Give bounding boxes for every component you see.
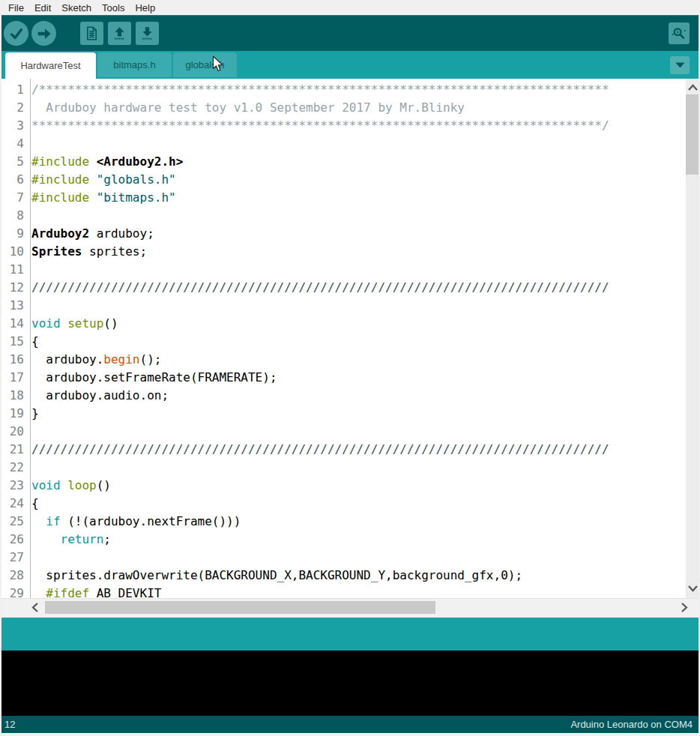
code-editor[interactable]: 1/**************************************… bbox=[0, 79, 686, 598]
code-text[interactable]: if (!(arduboy.nextFrame())) bbox=[30, 513, 241, 531]
line-number: 14 bbox=[0, 315, 30, 333]
code-text[interactable]: sprites.drawOverwrite(BACKGROUND_X,BACKG… bbox=[30, 567, 522, 585]
window-edge-left bbox=[0, 15, 1, 736]
verify-button[interactable] bbox=[4, 21, 28, 46]
code-line: 11 bbox=[0, 261, 686, 279]
menu-file[interactable]: File bbox=[3, 1, 29, 15]
line-number: 13 bbox=[0, 297, 30, 315]
code-line: 4 bbox=[0, 135, 686, 153]
menu-help[interactable]: Help bbox=[130, 1, 160, 15]
code-line: 18 arduboy.audio.on; bbox=[0, 387, 686, 405]
status-message-strip bbox=[0, 618, 700, 651]
code-text[interactable]: Arduboy hardware test toy v1.0 September… bbox=[30, 99, 465, 117]
code-text[interactable]: { bbox=[30, 495, 39, 513]
tab-globals-h[interactable]: globals.h bbox=[173, 52, 237, 77]
line-number: 20 bbox=[0, 423, 30, 441]
code-line: 5#include <Arduboy2.h> bbox=[0, 153, 686, 171]
code-text[interactable]: ////////////////////////////////////////… bbox=[30, 279, 609, 297]
tab-label: HardwareTest bbox=[20, 60, 80, 71]
menu-tools[interactable]: Tools bbox=[97, 1, 130, 15]
code-line: 29 #ifdef AB_DEVKIT bbox=[0, 585, 686, 598]
code-editor-lines: 1/**************************************… bbox=[0, 81, 686, 598]
serial-monitor-button[interactable] bbox=[669, 22, 690, 44]
code-text[interactable]: #include "bitmaps.h" bbox=[30, 189, 176, 207]
code-line: 8 bbox=[0, 207, 686, 225]
window-edge-bottom bbox=[0, 733, 700, 736]
tab-hardwaretest[interactable]: HardwareTest bbox=[5, 52, 96, 79]
code-line: 16 arduboy.begin(); bbox=[0, 351, 686, 369]
code-text[interactable]: void loop() bbox=[30, 477, 111, 495]
code-text[interactable]: /***************************************… bbox=[30, 81, 609, 99]
editor-region: 1/**************************************… bbox=[0, 79, 700, 598]
line-number: 27 bbox=[0, 549, 30, 567]
code-line: 24{ bbox=[0, 495, 686, 513]
code-line: 27 bbox=[0, 549, 686, 567]
open-sketch-button[interactable] bbox=[108, 22, 131, 45]
arrow-up-tray-icon bbox=[112, 25, 127, 41]
line-number: 16 bbox=[0, 351, 30, 369]
code-text[interactable]: arduboy.audio.on; bbox=[30, 387, 169, 405]
line-number: 6 bbox=[0, 171, 30, 189]
line-number: 21 bbox=[0, 441, 30, 459]
status-bar: 12 Arduino Leonardo on COM4 bbox=[0, 716, 700, 733]
line-number: 19 bbox=[0, 405, 30, 423]
upload-button[interactable] bbox=[31, 21, 56, 46]
document-icon bbox=[84, 25, 100, 41]
scroll-left-icon[interactable] bbox=[31, 602, 39, 613]
magnifier-icon bbox=[671, 25, 687, 42]
code-line: 14void setup() bbox=[0, 315, 686, 333]
horizontal-scrollbar[interactable] bbox=[0, 598, 700, 616]
menu-bar: File Edit Sketch Tools Help bbox=[0, 0, 700, 15]
line-number: 9 bbox=[0, 225, 30, 243]
line-number: 7 bbox=[0, 189, 30, 207]
tab-menu-button[interactable] bbox=[670, 56, 690, 74]
code-text[interactable]: arduboy.setFrameRate(FRAMERATE); bbox=[30, 369, 277, 387]
code-text[interactable]: Arduboy2 arduboy; bbox=[30, 225, 154, 243]
code-line: 26 return; bbox=[0, 531, 686, 549]
menu-edit[interactable]: Edit bbox=[29, 1, 56, 15]
line-number: 28 bbox=[0, 567, 30, 585]
code-text[interactable]: arduboy.begin(); bbox=[30, 351, 161, 369]
code-text[interactable]: #include "globals.h" bbox=[30, 171, 176, 189]
toolbar bbox=[0, 15, 700, 51]
code-line: 28 sprites.drawOverwrite(BACKGROUND_X,BA… bbox=[0, 567, 686, 585]
code-text[interactable]: { bbox=[30, 333, 39, 351]
line-number: 10 bbox=[0, 243, 30, 261]
horizontal-scrollbar-thumb[interactable] bbox=[45, 601, 435, 614]
code-text[interactable]: void setup() bbox=[30, 315, 118, 333]
code-line: 23void loop() bbox=[0, 477, 686, 495]
scroll-right-icon[interactable] bbox=[681, 602, 688, 613]
mouse-cursor bbox=[212, 55, 225, 72]
line-number: 15 bbox=[0, 333, 30, 351]
tab-bar: HardwareTest bitmaps.h globals.h bbox=[0, 51, 700, 79]
code-line: 13 bbox=[0, 297, 686, 315]
code-text[interactable]: } bbox=[30, 405, 39, 423]
code-text[interactable]: #include <Arduboy2.h> bbox=[30, 153, 183, 171]
code-text[interactable]: ////////////////////////////////////////… bbox=[30, 441, 609, 459]
line-number: 23 bbox=[0, 477, 30, 495]
line-number: 25 bbox=[0, 513, 30, 531]
line-number: 22 bbox=[0, 459, 30, 477]
line-number: 26 bbox=[0, 531, 30, 549]
chevron-down-icon bbox=[675, 62, 685, 68]
code-text[interactable]: #ifdef AB_DEVKIT bbox=[30, 585, 161, 598]
console-output bbox=[0, 651, 700, 716]
new-sketch-button[interactable] bbox=[80, 22, 103, 45]
line-number: 12 bbox=[0, 279, 30, 297]
arrow-down-tray-icon bbox=[139, 25, 155, 41]
line-number: 29 bbox=[0, 585, 30, 598]
menu-sketch[interactable]: Sketch bbox=[56, 1, 97, 15]
code-text[interactable]: ****************************************… bbox=[30, 117, 609, 135]
scroll-up-icon[interactable] bbox=[687, 84, 699, 91]
code-line: 3***************************************… bbox=[0, 117, 686, 135]
arrow-right-icon bbox=[36, 25, 52, 42]
code-line: 21//////////////////////////////////////… bbox=[0, 441, 686, 459]
scroll-down-icon[interactable] bbox=[687, 585, 699, 592]
save-sketch-button[interactable] bbox=[136, 22, 159, 45]
code-text[interactable]: Sprites sprites; bbox=[30, 243, 147, 261]
line-number: 17 bbox=[0, 369, 30, 387]
line-number: 18 bbox=[0, 387, 30, 405]
tab-bitmaps-h[interactable]: bitmaps.h bbox=[97, 52, 172, 77]
status-line-number: 12 bbox=[4, 719, 15, 730]
code-text[interactable]: return; bbox=[30, 531, 111, 549]
